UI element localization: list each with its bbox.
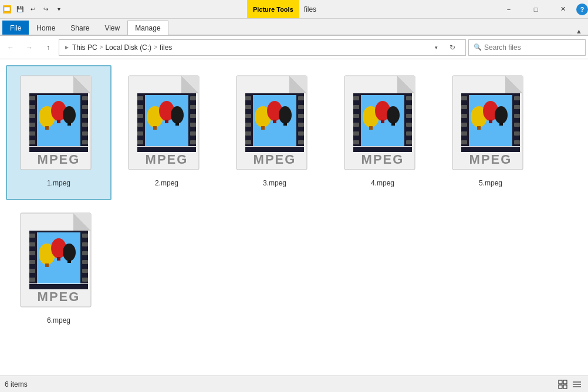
svg-rect-112 (461, 140, 467, 144)
svg-rect-96 (369, 126, 373, 130)
save-quick-btn[interactable]: 💾 (14, 4, 26, 15)
dropdown-path-btn[interactable]: ▾ (428, 39, 444, 56)
search-input[interactable] (484, 43, 583, 52)
large-icon-view-btn[interactable] (556, 378, 569, 391)
svg-rect-37 (137, 140, 143, 144)
ribbon-tabs: File Home Share View Manage ▲ (0, 19, 588, 35)
file-item-2[interactable]: MPEG 2.mpeg (114, 65, 219, 200)
svg-rect-132 (29, 234, 35, 238)
file-item-5[interactable]: MPEG 5.mpeg (438, 65, 543, 200)
svg-rect-1 (4, 7, 10, 11)
svg-rect-118 (514, 140, 520, 144)
svg-text:MPEG: MPEG (146, 152, 188, 167)
path-files: files (160, 43, 172, 52)
svg-rect-58 (245, 105, 251, 109)
svg-rect-92 (406, 131, 412, 136)
file-item-1[interactable]: MPEG 1.mpeg (6, 65, 111, 200)
svg-rect-67 (298, 131, 304, 136)
file-name-2: 2.mpeg (155, 179, 178, 187)
svg-rect-107 (461, 96, 467, 100)
search-icon: 🔍 (474, 43, 482, 51)
svg-rect-151 (29, 284, 88, 289)
svg-rect-116 (514, 123, 520, 127)
svg-point-74 (279, 106, 292, 124)
window-title: files (304, 5, 316, 13)
file-item-3[interactable]: MPEG 3.mpeg (222, 65, 327, 200)
svg-rect-83 (353, 105, 359, 109)
file-icon-6: MPEG (15, 208, 103, 314)
close-button[interactable]: ✕ (549, 0, 576, 19)
svg-rect-75 (283, 123, 287, 126)
view-buttons (556, 378, 583, 391)
help-button[interactable]: ? (576, 4, 588, 15)
svg-rect-16 (82, 123, 88, 127)
svg-rect-42 (190, 131, 196, 136)
svg-rect-50 (175, 123, 179, 126)
file-icon-2: MPEG (123, 71, 211, 177)
svg-rect-66 (298, 123, 304, 127)
svg-rect-33 (137, 105, 143, 109)
svg-rect-25 (67, 123, 71, 126)
minimize-button[interactable]: − (495, 0, 522, 19)
file-item-6[interactable]: MPEG 6.mpeg (6, 202, 111, 337)
file-name-4: 4.mpeg (371, 179, 394, 187)
up-button[interactable]: ↑ (40, 39, 56, 56)
svg-rect-23 (57, 120, 60, 123)
ribbon-collapse-btn[interactable]: ▲ (572, 28, 586, 35)
svg-rect-142 (82, 269, 88, 273)
tab-file[interactable]: File (2, 21, 29, 35)
svg-rect-59 (245, 114, 251, 118)
forward-button[interactable]: → (21, 39, 38, 56)
app-icon (2, 5, 12, 14)
svg-rect-141 (82, 260, 88, 264)
svg-rect-93 (406, 140, 412, 144)
svg-rect-8 (29, 105, 35, 109)
path-arrow-start: ► (64, 44, 70, 50)
tab-share[interactable]: Share (63, 21, 97, 35)
customize-quick-btn[interactable]: ▾ (53, 4, 65, 15)
svg-rect-137 (29, 278, 35, 282)
title-bar: 💾 ↩ ↪ ▾ Picture Tools files − □ ✕ ? (0, 0, 588, 19)
file-name-6: 6.mpeg (47, 316, 70, 325)
tab-home[interactable]: Home (29, 21, 63, 35)
svg-rect-146 (45, 263, 49, 267)
svg-rect-65 (298, 114, 304, 118)
address-bar: ← → ↑ ► This PC > Local Disk (C:) > file… (0, 36, 588, 59)
svg-rect-51 (137, 147, 196, 152)
svg-rect-117 (514, 131, 520, 136)
details-view-btn[interactable] (570, 378, 583, 391)
svg-rect-85 (353, 123, 359, 127)
svg-rect-17 (82, 131, 88, 136)
ribbon: File Home Share View Manage ▲ (0, 19, 588, 36)
svg-rect-156 (563, 385, 567, 388)
svg-rect-133 (29, 242, 35, 246)
svg-rect-108 (461, 105, 467, 109)
svg-rect-139 (82, 242, 88, 246)
svg-rect-62 (245, 140, 251, 144)
undo-quick-btn[interactable]: ↩ (27, 4, 39, 15)
svg-rect-101 (353, 147, 412, 152)
svg-rect-10 (29, 123, 35, 127)
svg-rect-14 (82, 105, 88, 109)
svg-rect-73 (273, 120, 276, 123)
svg-rect-89 (406, 105, 412, 109)
svg-rect-134 (29, 251, 35, 255)
back-button[interactable]: ← (2, 39, 19, 56)
address-input[interactable]: ► This PC > Local Disk (C:) > files ▾ ↻ (59, 39, 466, 56)
tab-manage[interactable]: Manage (127, 21, 168, 35)
tab-view[interactable]: View (97, 21, 127, 35)
refresh-button[interactable]: ↻ (444, 39, 461, 56)
svg-rect-123 (489, 120, 492, 123)
maximize-button[interactable]: □ (522, 0, 549, 19)
file-icon-5: MPEG (447, 71, 535, 177)
svg-rect-125 (499, 123, 503, 126)
svg-rect-111 (461, 131, 467, 136)
svg-rect-60 (245, 123, 251, 127)
main-layout: 💾 ↩ ↪ ▾ Picture Tools files − □ ✕ ? File… (0, 0, 588, 392)
svg-point-24 (63, 106, 76, 124)
svg-rect-143 (82, 278, 88, 282)
svg-rect-41 (190, 123, 196, 127)
redo-quick-btn[interactable]: ↪ (40, 4, 52, 15)
file-item-4[interactable]: MPEG 4.mpeg (330, 65, 435, 200)
svg-rect-26 (29, 147, 88, 152)
